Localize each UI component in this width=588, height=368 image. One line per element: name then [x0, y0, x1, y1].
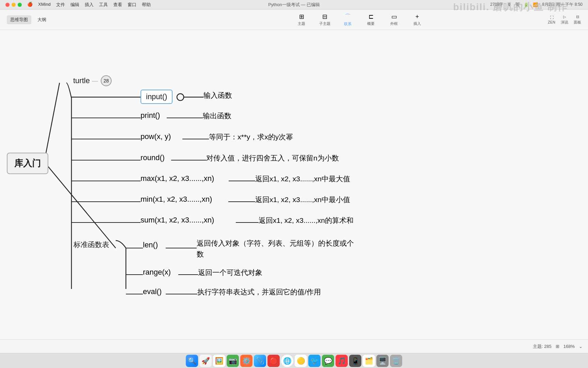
panel-icon: ⊟: [576, 15, 579, 19]
menu-edit[interactable]: 编辑: [70, 2, 79, 8]
relate-label: 联系: [344, 21, 352, 27]
tool-insert[interactable]: + 插入: [409, 13, 425, 26]
subtopic-icon: ⊟: [322, 13, 327, 20]
eval-desc: 执行字符串表达式，并返回它的值/作用: [197, 287, 321, 297]
pow-node[interactable]: pow(x, y): [141, 132, 171, 141]
titlebar-right: 2718字 🎙 英 🔋 📶 8月2日 周一 下午 8:50: [490, 2, 583, 7]
canvas-area[interactable]: 库入门 turtle — 28 标准函数表 input() 输入函数 print…: [0, 30, 588, 339]
round-desc: 对传入值，进行四舍五入，可保留n为小数: [206, 153, 339, 163]
dock-launchpad[interactable]: 🚀: [199, 355, 212, 367]
menu-file[interactable]: 文件: [56, 2, 65, 8]
dock-xmind[interactable]: ⚙️: [240, 355, 252, 367]
len-desc: 返回传入对象（字符、列表、元组等）的长度或个数: [197, 238, 360, 259]
dock-iphone[interactable]: 📱: [349, 355, 361, 367]
topic-icon: ⊞: [299, 13, 304, 20]
turtle-node[interactable]: turtle — 28: [73, 75, 112, 86]
lang-indicator: 英: [516, 2, 520, 7]
turtle-label: turtle: [73, 76, 90, 85]
battery-icon: 🔋: [524, 2, 529, 7]
tool-topic[interactable]: ⊞ 主题: [293, 13, 310, 26]
menu-help[interactable]: 帮助: [142, 2, 151, 8]
datetime: 8月2日 周一 下午 8:50: [542, 2, 583, 7]
dock-chrome[interactable]: 🌐: [281, 355, 293, 367]
dock-photos[interactable]: 🖼️: [213, 355, 225, 367]
menu-xmind[interactable]: XMind: [38, 2, 51, 8]
zen-label: ZEN: [548, 20, 555, 24]
titlebar-left: 🍎 XMind 文件 编辑 插入 工具 查看 窗口 帮助: [5, 2, 151, 8]
present-label: 演说: [561, 20, 568, 25]
tab-mindmap[interactable]: 思维导图: [7, 15, 31, 24]
dock-message[interactable]: 💬: [322, 355, 334, 367]
topic-label: 主题: [298, 21, 305, 26]
turtle-badge: 28: [101, 75, 112, 86]
menu-tools[interactable]: 工具: [99, 2, 108, 8]
summary-icon: ⊏: [369, 13, 374, 20]
panel-label: 面板: [574, 20, 581, 25]
sum-desc: 返回x1, x2, x3......,xn的算术和: [259, 216, 354, 225]
max-node[interactable]: max(x1, x2, x3......,xn): [141, 174, 214, 183]
dock-touch[interactable]: 🟡: [295, 355, 307, 367]
svg-point-3: [177, 94, 184, 101]
zoom-level: 168%: [564, 344, 575, 349]
input-node-box[interactable]: input(): [141, 90, 173, 104]
toolbar-right: ⛶ ZEN ▷ 演说 ⊟ 面板: [548, 15, 581, 25]
close-button[interactable]: [5, 3, 10, 7]
standard-func-label: 标准函数表: [74, 240, 109, 249]
dock-appstore[interactable]: 📎: [254, 355, 266, 367]
present-icon: ▷: [563, 15, 566, 19]
present-button[interactable]: ▷ 演说: [561, 15, 568, 25]
relate-icon: ⌒: [345, 13, 351, 21]
panel-button[interactable]: ⊟ 面板: [574, 15, 581, 25]
zoom-chevron[interactable]: ⌄: [579, 344, 583, 349]
pow-desc: 等同于：x**y，求x的y次幂: [209, 132, 293, 142]
svg-line-0: [44, 83, 60, 162]
tool-summary[interactable]: ⊏ 概要: [363, 13, 379, 26]
dock-prefs[interactable]: 🖥️: [376, 355, 389, 367]
zen-button[interactable]: ⛶ ZEN: [548, 15, 555, 24]
dock-finder[interactable]: 🔍: [186, 355, 198, 367]
range-desc: 返回一个可迭代对象: [198, 268, 262, 277]
apple-menu[interactable]: 🍎: [27, 2, 33, 8]
wifi-icon: 📶: [533, 2, 538, 7]
dock-files[interactable]: 🗂️: [363, 355, 375, 367]
tool-boundary[interactable]: ▭ 外框: [386, 13, 402, 26]
dock-red[interactable]: 🔴: [267, 355, 280, 367]
tool-subtopic[interactable]: ⊟ 子主题: [316, 13, 333, 26]
root-node[interactable]: 库入门: [7, 153, 48, 174]
tool-relate[interactable]: ⌒ 联系: [340, 13, 356, 27]
dock-trash[interactable]: 🗑️: [390, 355, 402, 367]
max-desc: 返回x1, x2, x3......,xn中最大值: [255, 174, 350, 184]
input-desc: 输入函数: [203, 91, 232, 100]
sum-node[interactable]: sum(x1, x2, x3......,xn): [141, 216, 214, 225]
eval-node[interactable]: eval(): [143, 287, 162, 296]
traffic-lights: [5, 3, 22, 7]
maximize-button[interactable]: [18, 3, 22, 7]
dock-music[interactable]: 🎵: [336, 355, 348, 367]
min-node[interactable]: min(x1, x2, x3......,xn): [141, 195, 212, 204]
tab-outline[interactable]: 大纲: [34, 15, 50, 24]
dock-facetime[interactable]: 📷: [227, 355, 239, 367]
print-desc: 输出函数: [203, 111, 231, 121]
menu-insert[interactable]: 插入: [85, 2, 94, 8]
summary-label: 概要: [367, 21, 375, 26]
subtopic-label: 子主题: [319, 21, 330, 26]
toolbar-view-tabs: 思维导图 大纲: [7, 15, 50, 24]
round-node[interactable]: round(): [141, 153, 165, 162]
len-node[interactable]: len(): [143, 241, 158, 249]
dock-twitter[interactable]: 🐦: [308, 355, 321, 367]
standard-func-node[interactable]: 标准函数表: [74, 240, 109, 249]
menu-window[interactable]: 窗口: [128, 2, 136, 8]
print-node[interactable]: print(): [141, 111, 160, 120]
theme-count: 主题: 285: [533, 343, 552, 350]
zen-icon: ⛶: [550, 15, 554, 19]
dock: 🔍 🚀 🖼️ 📷 ⚙️ 📎 🔴 🌐 🟡 🐦 💬 🎵 📱 🗂️ 🖥️ 🗑️: [0, 353, 588, 368]
word-count: 2718字: [490, 2, 504, 7]
grid-icon: ⊞: [556, 344, 559, 349]
svg-line-1: [44, 162, 116, 248]
menu-view[interactable]: 查看: [113, 2, 122, 8]
boundary-icon: ▭: [391, 13, 397, 20]
insert-label: 插入: [413, 21, 421, 26]
range-node[interactable]: range(x): [143, 268, 171, 277]
insert-icon: +: [415, 13, 419, 20]
minimize-button[interactable]: [12, 3, 16, 7]
